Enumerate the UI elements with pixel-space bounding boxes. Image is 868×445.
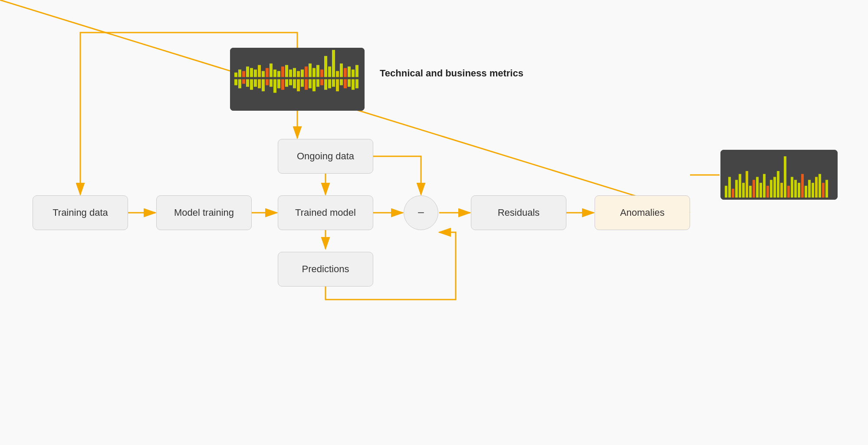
trained-model-box: Trained model	[278, 195, 373, 230]
residuals-box: Residuals	[471, 195, 566, 230]
training-data-box: Training data	[33, 195, 128, 230]
model-training-box: Model training	[156, 195, 252, 230]
diagram-container: Technical and business metrics Training …	[0, 0, 868, 445]
top-chart	[230, 48, 365, 111]
ongoing-data-box: Ongoing data	[278, 139, 373, 174]
anomalies-box: Anomalies	[595, 195, 690, 230]
right-chart	[720, 150, 838, 200]
subtract-circle: −	[404, 195, 438, 230]
predictions-box: Predictions	[278, 252, 373, 287]
technical-metrics-label: Technical and business metrics	[380, 67, 523, 80]
